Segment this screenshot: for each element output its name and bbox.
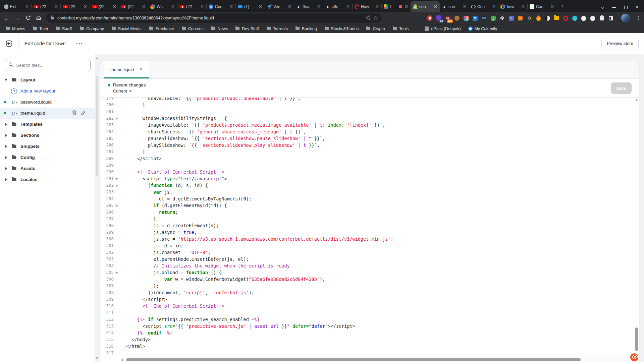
tab-close-icon[interactable]: ✕ xyxy=(405,4,408,9)
sidebar-item-config[interactable]: Config xyxy=(0,152,95,163)
sidebar-item-password-liquid[interactable]: {/}password.liquid xyxy=(0,97,95,108)
new-tab-button[interactable]: + xyxy=(556,3,568,12)
delete-file-icon[interactable] xyxy=(72,110,77,116)
chevron-right-icon[interactable] xyxy=(5,145,7,148)
sidebar-item-theme-liquid[interactable]: {/}theme.liquid xyxy=(0,108,95,119)
minimize-icon[interactable] xyxy=(612,7,616,8)
sidebar-scrollbar[interactable] xyxy=(95,54,99,362)
browser-tab[interactable]: 9ea✕ xyxy=(294,1,323,12)
code-line-310[interactable]: 310 <!--End of Conferbot Script--> xyxy=(100,303,639,309)
version-dropdown[interactable]: Current xyxy=(113,89,146,94)
code-line-284[interactable]: 284 shareSuccess: `{{ 'general.share.suc… xyxy=(100,128,639,135)
reload-icon[interactable] xyxy=(25,15,31,21)
tab-close-icon[interactable]: ✕ xyxy=(25,4,29,9)
extension-shield-icon[interactable]: 23 xyxy=(435,15,442,21)
code-line-288[interactable]: 288 </script> xyxy=(100,155,639,162)
code-line-302[interactable]: 302 js.charset = 'UTF-8'; xyxy=(100,249,639,256)
sidebar-item-snippets[interactable]: Snippets xyxy=(0,141,95,152)
editor-horizontal-scrollbar[interactable] xyxy=(120,357,634,362)
bookmark-star-icon[interactable]: ☆ xyxy=(373,15,378,21)
extension-react-icon[interactable] xyxy=(481,15,487,21)
tab-close-icon[interactable]: ✕ xyxy=(84,4,87,9)
tab-close-icon[interactable]: ✕ xyxy=(142,4,146,9)
chevron-right-icon[interactable] xyxy=(5,123,7,126)
chevron-right-icon[interactable] xyxy=(5,167,7,170)
code-line-283[interactable]: 283 imageAvailable: `{{ 'products.produc… xyxy=(100,122,639,128)
rename-file-icon[interactable] xyxy=(81,110,86,116)
browser-tab[interactable]: Con✕ xyxy=(206,1,235,12)
recent-changes-toggle[interactable]: Recent changes xyxy=(108,82,146,87)
sidebar-item-layout[interactable]: Layout xyxy=(0,74,95,85)
bookmark-freelance[interactable]: Freelance xyxy=(149,26,174,31)
extension-teal-icon[interactable] xyxy=(571,15,578,21)
code-line-287[interactable]: 287 } xyxy=(100,148,639,155)
code-line-307[interactable]: 307 }; xyxy=(100,283,639,289)
address-bar[interactable]: conferbot.myshopify.com/admin/themes/138… xyxy=(46,13,382,23)
code-line-308[interactable]: 308 })(document, 'script', 'conferbot-js… xyxy=(100,289,639,296)
browser-tab[interactable]: c9e✕ xyxy=(323,1,352,12)
code-line-300[interactable]: 300 js.src = 'https://s3.ap-south-1.amaz… xyxy=(100,236,639,242)
code-line-309[interactable]: 309 </script> xyxy=(100,296,639,303)
extension-yin-icon[interactable] xyxy=(544,15,551,21)
editor-vertical-scrollbar[interactable] xyxy=(634,98,639,357)
save-button[interactable]: Save xyxy=(611,82,632,94)
tab-close-icon[interactable]: ✕ xyxy=(54,4,58,9)
browser-tab[interactable]: Ext✕ xyxy=(2,1,31,12)
bookmark-tools[interactable]: Tools xyxy=(392,26,409,31)
browser-menu-icon[interactable] xyxy=(636,16,640,20)
chevron-right-icon[interactable] xyxy=(5,134,7,137)
code-editor[interactable]: 279 unavailable: `{{ 'products.product.u… xyxy=(100,98,639,362)
code-line-294[interactable]: 294 el = d.getElementsByTagName(s)[0]; xyxy=(100,195,639,202)
code-line-280[interactable]: 280 } xyxy=(100,102,639,108)
conferbot-widget-icon[interactable] xyxy=(630,353,639,362)
sidebar-item-add-a-new-layout[interactable]: +Add a new layout xyxy=(0,85,95,97)
search-files-box[interactable] xyxy=(5,59,91,71)
bookmark-movies[interactable]: Movies xyxy=(5,26,25,31)
tab-search-chevron-icon[interactable] xyxy=(601,5,604,9)
bookmark-torrents[interactable]: Torrents xyxy=(266,26,288,31)
bookmark-dev-stuff[interactable]: Dev Stuff xyxy=(235,26,259,31)
scroll-up-icon[interactable] xyxy=(635,99,638,101)
code-line-295[interactable]: 295 if (d.getElementById(id)) { xyxy=(100,202,639,209)
sidebar-item-locales[interactable]: Locales xyxy=(0,174,95,185)
code-line-298[interactable]: 298 js = d.createElement(s); xyxy=(100,222,639,229)
tab-close-icon[interactable]: ✕ xyxy=(229,4,233,9)
tab-close-icon[interactable]: ✕ xyxy=(346,4,350,9)
tab-close-icon[interactable]: ✕ xyxy=(492,4,496,9)
code-line-281[interactable]: 281 xyxy=(100,108,639,115)
profile-avatar[interactable] xyxy=(621,14,630,22)
bookmark-news[interactable]: News xyxy=(211,26,228,31)
code-line-282[interactable]: 282 window.accessibilityStrings = { xyxy=(100,115,639,122)
scroll-down-icon[interactable] xyxy=(96,357,98,359)
tab-close-icon[interactable]: ✕ xyxy=(288,4,291,9)
browser-tab[interactable]: (22✕ xyxy=(31,1,60,12)
share-icon[interactable] xyxy=(365,15,370,21)
code-line-304[interactable]: 304 // Initializes the widget when the s… xyxy=(100,262,639,269)
extension-flame-icon[interactable] xyxy=(535,15,542,21)
extension-lens-icon[interactable] xyxy=(526,15,533,21)
fold-toggle-icon[interactable] xyxy=(114,269,119,276)
home-icon[interactable] xyxy=(36,15,41,21)
code-line-279[interactable]: 279 unavailable: `{{ 'products.product.u… xyxy=(100,98,639,102)
preview-store-button[interactable]: Preview store xyxy=(601,38,639,49)
horizontal-scroll-thumb[interactable] xyxy=(126,358,581,361)
browser-tab[interactable]: (22✕ xyxy=(119,1,148,12)
tab-close-icon[interactable]: ✕ xyxy=(434,4,437,9)
bookmark-crypto[interactable]: Crypto xyxy=(366,26,385,31)
extension-hand-icon[interactable] xyxy=(426,15,433,21)
extension-ghost-icon[interactable] xyxy=(580,15,587,21)
code-line-317[interactable]: 317 xyxy=(100,350,639,356)
bookmark-dpacc-deepak-[interactable]: dPacc (Deepak) xyxy=(425,26,461,31)
fold-toggle-icon[interactable] xyxy=(114,182,119,189)
tab-close-icon[interactable]: ✕ xyxy=(521,4,525,9)
code-line-313[interactable]: 313 <script src="{{ 'predictive-search.j… xyxy=(100,323,639,329)
extension-square-icon[interactable] xyxy=(607,15,614,21)
fold-toggle-icon[interactable] xyxy=(114,175,119,182)
code-line-306[interactable]: 306 var w = window.ConferbotWidget("635a… xyxy=(100,276,639,283)
extension-palette-icon[interactable] xyxy=(463,15,469,21)
tab-close-icon[interactable]: ✕ xyxy=(113,4,116,9)
code-line-285[interactable]: 285 pauseSlideshow: `{{ 'sections.slides… xyxy=(100,135,639,142)
scroll-left-icon[interactable] xyxy=(121,359,123,361)
bookmark-saas[interactable]: SaaS xyxy=(55,26,72,31)
tab-close-icon[interactable]: ✕ xyxy=(463,4,467,9)
